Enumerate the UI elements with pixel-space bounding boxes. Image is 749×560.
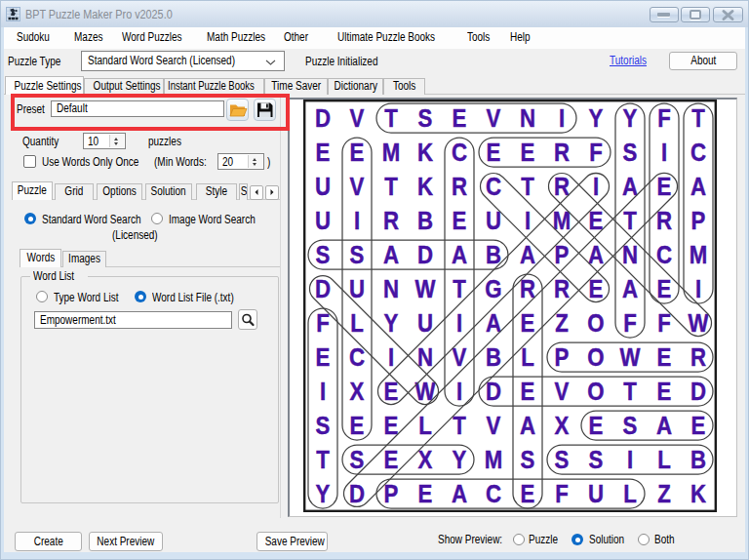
svg-text:E: E: [350, 412, 365, 440]
svg-text:L: L: [521, 343, 534, 372]
svg-text:E: E: [316, 343, 331, 372]
svg-text:M: M: [690, 241, 708, 269]
svg-text:C: C: [486, 480, 501, 508]
svg-text:V: V: [555, 378, 570, 406]
svg-text:T: T: [691, 104, 705, 133]
svg-text:E: E: [657, 275, 672, 303]
svg-text:X: X: [350, 378, 365, 406]
svg-text:D: D: [315, 104, 331, 133]
svg-text:U: U: [315, 173, 331, 201]
svg-text:L: L: [418, 412, 432, 440]
svg-text:F: F: [555, 480, 569, 508]
svg-text:T: T: [521, 173, 534, 201]
svg-text:S: S: [521, 446, 535, 474]
svg-text:I: I: [593, 173, 599, 201]
svg-text:I: I: [320, 378, 326, 406]
svg-text:L: L: [657, 446, 671, 474]
svg-text:B: B: [690, 446, 706, 474]
svg-text:C: C: [690, 139, 706, 167]
svg-text:I: I: [388, 343, 394, 372]
svg-text:R: R: [554, 139, 570, 167]
svg-text:W: W: [415, 378, 436, 406]
svg-text:L: L: [623, 480, 637, 508]
svg-text:T: T: [384, 173, 398, 201]
svg-text:I: I: [456, 378, 462, 406]
svg-text:I: I: [354, 207, 360, 235]
svg-text:O: O: [587, 378, 604, 406]
svg-text:N: N: [520, 104, 535, 133]
svg-text:M: M: [382, 139, 401, 167]
svg-text:D: D: [417, 241, 433, 269]
svg-text:Y: Y: [589, 104, 604, 133]
svg-text:I: I: [661, 139, 667, 167]
svg-text:S: S: [555, 446, 570, 474]
svg-text:F: F: [589, 139, 603, 167]
svg-text:T: T: [316, 446, 330, 474]
svg-text:L: L: [350, 309, 364, 338]
svg-text:E: E: [350, 139, 365, 167]
svg-text:I: I: [695, 275, 701, 303]
svg-text:C: C: [486, 173, 501, 201]
svg-text:S: S: [418, 104, 433, 133]
svg-text:K: K: [417, 139, 434, 167]
svg-text:V: V: [350, 173, 365, 201]
svg-text:Y: Y: [316, 480, 331, 508]
svg-text:D: D: [315, 275, 331, 303]
svg-text:I: I: [525, 207, 531, 235]
svg-text:B: B: [417, 207, 433, 235]
svg-text:Y: Y: [623, 104, 638, 133]
svg-text:E: E: [316, 139, 331, 167]
svg-text:R: R: [452, 173, 467, 201]
svg-text:X: X: [555, 412, 570, 440]
svg-text:N: N: [383, 275, 399, 303]
svg-text:S: S: [316, 412, 331, 440]
svg-text:I: I: [627, 446, 633, 474]
svg-text:R: R: [690, 343, 706, 372]
svg-text:A: A: [520, 412, 535, 440]
svg-text:T: T: [623, 207, 637, 235]
svg-text:E: E: [657, 343, 672, 372]
svg-text:P: P: [555, 343, 570, 372]
svg-text:O: O: [587, 309, 604, 338]
svg-text:E: E: [384, 446, 399, 474]
svg-text:F: F: [623, 309, 637, 338]
svg-text:E: E: [589, 412, 604, 440]
svg-text:I: I: [559, 104, 565, 133]
svg-text:A: A: [452, 241, 467, 269]
svg-text:F: F: [657, 309, 671, 338]
svg-text:S: S: [623, 412, 638, 440]
svg-text:P: P: [691, 207, 706, 235]
svg-text:D: D: [690, 378, 706, 406]
svg-text:V: V: [350, 104, 365, 133]
svg-text:A: A: [452, 480, 467, 508]
svg-text:M: M: [485, 446, 503, 474]
svg-text:E: E: [453, 207, 467, 235]
svg-text:V: V: [487, 104, 501, 133]
svg-text:E: E: [657, 378, 672, 406]
svg-text:S: S: [350, 241, 365, 269]
svg-text:I: I: [456, 309, 462, 338]
svg-text:E: E: [521, 480, 535, 508]
svg-text:U: U: [588, 480, 604, 508]
svg-text:W: W: [689, 309, 709, 338]
svg-text:C: C: [452, 139, 467, 167]
svg-text:F: F: [657, 104, 671, 133]
svg-text:U: U: [315, 207, 331, 235]
svg-text:G: G: [485, 275, 501, 303]
svg-text:E: E: [487, 139, 501, 167]
svg-text:T: T: [453, 412, 466, 440]
svg-text:B: B: [486, 343, 501, 372]
svg-text:A: A: [656, 412, 672, 440]
svg-text:E: E: [521, 139, 535, 167]
svg-text:E: E: [691, 412, 706, 440]
svg-text:Y: Y: [453, 446, 467, 474]
svg-text:S: S: [589, 446, 604, 474]
svg-text:A: A: [690, 173, 706, 201]
svg-text:W: W: [415, 275, 436, 303]
svg-text:E: E: [453, 104, 467, 133]
svg-text:D: D: [349, 480, 365, 508]
svg-text:F: F: [316, 309, 330, 338]
svg-text:E: E: [418, 480, 433, 508]
svg-text:K: K: [690, 480, 707, 508]
svg-text:Z: Z: [657, 480, 671, 508]
